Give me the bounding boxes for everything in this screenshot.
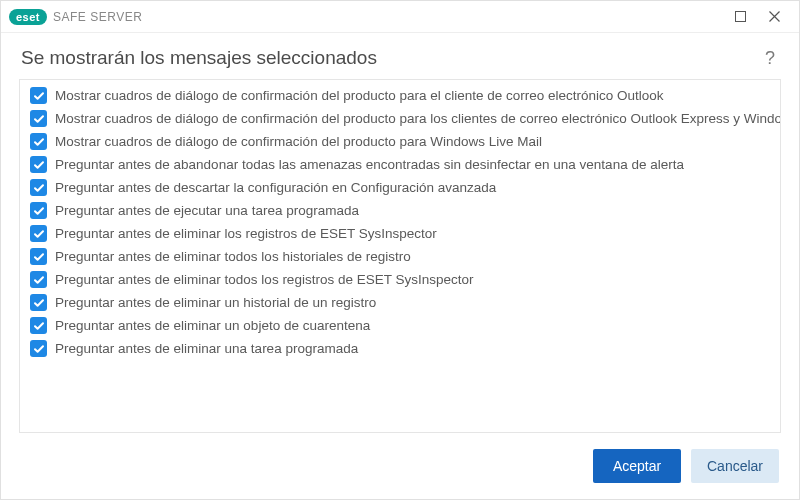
list-item-label: Preguntar antes de descartar la configur… bbox=[55, 180, 496, 195]
checkbox[interactable] bbox=[30, 271, 47, 288]
list-item-label: Mostrar cuadros de diálogo de confirmaci… bbox=[55, 88, 664, 103]
maximize-icon bbox=[735, 11, 746, 22]
list-item-label: Mostrar cuadros de diálogo de confirmaci… bbox=[55, 111, 780, 126]
checkbox[interactable] bbox=[30, 317, 47, 334]
brand-product: SAFE SERVER bbox=[53, 10, 142, 24]
list-item: Preguntar antes de eliminar un objeto de… bbox=[20, 314, 780, 337]
list-item: Preguntar antes de abandonar todas las a… bbox=[20, 153, 780, 176]
check-icon bbox=[33, 274, 45, 286]
page-title: Se mostrarán los mensajes seleccionados bbox=[21, 47, 761, 69]
checkbox[interactable] bbox=[30, 110, 47, 127]
check-icon bbox=[33, 205, 45, 217]
checkbox[interactable] bbox=[30, 87, 47, 104]
list-item-label: Mostrar cuadros de diálogo de confirmaci… bbox=[55, 134, 542, 149]
list-item: Preguntar antes de eliminar los registro… bbox=[20, 222, 780, 245]
help-button[interactable]: ? bbox=[761, 48, 779, 69]
list-item-label: Preguntar antes de eliminar un historial… bbox=[55, 295, 376, 310]
list-item: Preguntar antes de eliminar un historial… bbox=[20, 291, 780, 314]
check-icon bbox=[33, 182, 45, 194]
message-list[interactable]: Mostrar cuadros de diálogo de confirmaci… bbox=[20, 80, 780, 432]
list-item: Preguntar antes de eliminar todos los re… bbox=[20, 268, 780, 291]
svg-rect-0 bbox=[735, 12, 745, 22]
check-icon bbox=[33, 297, 45, 309]
check-icon bbox=[33, 136, 45, 148]
message-list-container: Mostrar cuadros de diálogo de confirmaci… bbox=[19, 79, 781, 433]
titlebar: eset SAFE SERVER bbox=[1, 1, 799, 33]
ok-button[interactable]: Aceptar bbox=[593, 449, 681, 483]
checkbox[interactable] bbox=[30, 225, 47, 242]
check-icon bbox=[33, 343, 45, 355]
header: Se mostrarán los mensajes seleccionados … bbox=[1, 33, 799, 79]
list-item: Mostrar cuadros de diálogo de confirmaci… bbox=[20, 130, 780, 153]
close-icon bbox=[769, 11, 780, 22]
cancel-button[interactable]: Cancelar bbox=[691, 449, 779, 483]
check-icon bbox=[33, 251, 45, 263]
checkbox[interactable] bbox=[30, 156, 47, 173]
list-item-label: Preguntar antes de eliminar una tarea pr… bbox=[55, 341, 358, 356]
list-item-label: Preguntar antes de eliminar un objeto de… bbox=[55, 318, 370, 333]
dialog-window: eset SAFE SERVER Se mostrarán los mensaj… bbox=[0, 0, 800, 500]
list-item-label: Preguntar antes de eliminar todos los re… bbox=[55, 272, 473, 287]
list-item-label: Preguntar antes de eliminar los registro… bbox=[55, 226, 437, 241]
check-icon bbox=[33, 90, 45, 102]
footer: Aceptar Cancelar bbox=[1, 433, 799, 499]
list-item: Preguntar antes de descartar la configur… bbox=[20, 176, 780, 199]
window-maximize-button[interactable] bbox=[723, 1, 757, 33]
checkbox[interactable] bbox=[30, 133, 47, 150]
check-icon bbox=[33, 113, 45, 125]
check-icon bbox=[33, 320, 45, 332]
list-item: Preguntar antes de eliminar una tarea pr… bbox=[20, 337, 780, 360]
brand-badge: eset bbox=[9, 9, 47, 25]
list-item-label: Preguntar antes de eliminar todos los hi… bbox=[55, 249, 411, 264]
brand: eset SAFE SERVER bbox=[9, 9, 142, 25]
checkbox[interactable] bbox=[30, 248, 47, 265]
list-item-label: Preguntar antes de abandonar todas las a… bbox=[55, 157, 684, 172]
check-icon bbox=[33, 159, 45, 171]
window-close-button[interactable] bbox=[757, 1, 791, 33]
list-item: Preguntar antes de eliminar todos los hi… bbox=[20, 245, 780, 268]
checkbox[interactable] bbox=[30, 294, 47, 311]
list-item: Mostrar cuadros de diálogo de confirmaci… bbox=[20, 107, 780, 130]
checkbox[interactable] bbox=[30, 202, 47, 219]
list-item: Preguntar antes de ejecutar una tarea pr… bbox=[20, 199, 780, 222]
check-icon bbox=[33, 228, 45, 240]
list-item: Mostrar cuadros de diálogo de confirmaci… bbox=[20, 84, 780, 107]
checkbox[interactable] bbox=[30, 179, 47, 196]
list-item-label: Preguntar antes de ejecutar una tarea pr… bbox=[55, 203, 359, 218]
checkbox[interactable] bbox=[30, 340, 47, 357]
